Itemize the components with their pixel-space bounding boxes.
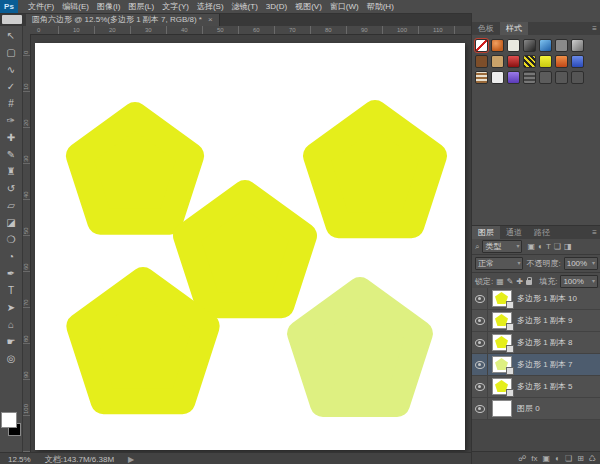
lock-option-icon[interactable]: ▦ (496, 277, 504, 286)
layer-filter-type-dropdown[interactable]: 类型 ▾ (482, 240, 522, 253)
status-options-arrow-icon[interactable]: ▶ (128, 455, 134, 464)
style-swatch[interactable] (475, 55, 488, 68)
lock-option-icon[interactable]: ✚ (517, 277, 524, 286)
zoom-tool[interactable]: ◎ (1, 350, 21, 367)
layer-thumbnail[interactable] (492, 378, 512, 395)
adjustment-layer-icon[interactable]: ◐ (555, 452, 560, 464)
tab-bar-corner-box[interactable] (2, 15, 22, 24)
eyedropper-tool[interactable]: ✑ (1, 112, 21, 129)
visibility-toggle[interactable] (472, 310, 488, 331)
style-swatch[interactable] (491, 55, 504, 68)
style-swatch[interactable] (523, 39, 536, 52)
lock-all-icon[interactable] (526, 280, 532, 285)
opacity-dropdown[interactable]: 100% ▾ (564, 257, 598, 270)
layer-filter-kind-icon[interactable]: T (546, 242, 551, 251)
menu-item[interactable]: 选择(S) (193, 0, 228, 13)
style-swatch[interactable] (523, 71, 536, 84)
layer-style-fx-icon[interactable]: fx (531, 452, 537, 464)
style-swatch[interactable] (539, 39, 552, 52)
visibility-toggle[interactable] (472, 332, 488, 353)
layer-row[interactable]: 多边形 1 副本 10 (472, 288, 600, 310)
document-canvas[interactable] (35, 43, 465, 450)
path-selection-tool[interactable]: ➤ (1, 299, 21, 316)
layer-row[interactable]: 多边形 1 副本 5 (472, 376, 600, 398)
style-swatch[interactable] (555, 71, 568, 84)
marquee-tool[interactable]: ▢ (1, 44, 21, 61)
style-swatch[interactable] (539, 55, 552, 68)
style-swatch[interactable] (571, 71, 584, 84)
style-swatch[interactable] (507, 39, 520, 52)
layer-filter-kind-icon[interactable]: ▣ (527, 242, 535, 251)
layer-thumbnail[interactable] (492, 356, 512, 373)
menu-item[interactable]: 帮助(H) (363, 0, 398, 13)
panel-menu-icon[interactable]: ≡ (592, 22, 600, 35)
style-swatch[interactable] (507, 55, 520, 68)
lasso-tool[interactable]: ∿ (1, 61, 21, 78)
menu-item[interactable]: 窗口(W) (326, 0, 363, 13)
style-swatch[interactable] (475, 71, 488, 84)
link-layers-icon[interactable]: ☍ (518, 452, 526, 464)
layer-row[interactable]: 多边形 1 副本 8 (472, 332, 600, 354)
tab-styles[interactable]: 样式 (500, 22, 528, 35)
zoom-level-field[interactable]: 12.5% (8, 455, 31, 464)
document-tab[interactable]: 圆角六边形 @ 12.5%(多边形 1 副本 7, RGB/8) * × (26, 13, 220, 26)
menu-item[interactable]: 3D(D) (262, 0, 291, 13)
style-swatch[interactable] (507, 71, 520, 84)
move-tool[interactable]: ↖ (1, 27, 21, 44)
panel-menu-icon[interactable]: ≡ (592, 226, 600, 239)
pentagon-top-left[interactable] (79, 115, 191, 222)
tab-channels[interactable]: 通道 (500, 226, 528, 239)
menu-item[interactable]: 图像(I) (93, 0, 125, 13)
menu-item[interactable]: 文件(F) (24, 0, 58, 13)
history-brush-tool[interactable]: ↺ (1, 180, 21, 197)
layer-group-icon[interactable]: ❏ (565, 452, 572, 464)
visibility-toggle[interactable] (472, 354, 488, 375)
layer-thumbnail[interactable] (492, 290, 512, 307)
menu-item[interactable]: 文字(Y) (158, 0, 193, 13)
menu-item[interactable]: 滤镜(T) (228, 0, 262, 13)
layer-thumbnail[interactable] (492, 312, 512, 329)
eraser-tool[interactable]: ▱ (1, 197, 21, 214)
layer-thumbnail[interactable] (492, 334, 512, 351)
hand-tool[interactable]: ☛ (1, 333, 21, 350)
style-swatch[interactable] (539, 71, 552, 84)
tab-paths[interactable]: 路径 (528, 226, 556, 239)
visibility-toggle[interactable] (472, 398, 488, 419)
foreground-color-swatch[interactable] (1, 412, 17, 428)
layer-filter-kind-icon[interactable]: ❏ (554, 242, 561, 251)
layer-row-selected[interactable]: 多边形 1 副本 7 (472, 354, 600, 376)
pentagon-middle[interactable] (186, 193, 304, 305)
lock-option-icon[interactable]: ✎ (507, 277, 514, 286)
menu-item[interactable]: 图层(L) (124, 0, 158, 13)
type-tool[interactable]: T (1, 282, 21, 299)
tab-layers[interactable]: 图层 (472, 226, 500, 239)
pentagon-top-right[interactable] (316, 113, 434, 225)
new-layer-icon[interactable]: ⊞ (577, 452, 584, 464)
fill-dropdown[interactable]: 100% ▾ (560, 275, 598, 288)
shape-tool[interactable]: ⌂ (1, 316, 21, 333)
photoshop-logo-icon[interactable]: Ps (0, 0, 18, 13)
visibility-toggle[interactable] (472, 376, 488, 397)
gradient-tool[interactable]: ◪ (1, 214, 21, 231)
visibility-toggle[interactable] (472, 288, 488, 309)
layer-mask-icon[interactable]: ▣ (543, 452, 551, 464)
horizontal-ruler[interactable]: 0102030405060708090100110 (22, 26, 471, 35)
layer-row[interactable]: 图层 0 (472, 398, 600, 420)
pen-tool[interactable]: ✒ (1, 265, 21, 282)
dodge-tool[interactable]: ◔ (1, 248, 21, 265)
clone-stamp-tool[interactable]: ♜ (1, 163, 21, 180)
vertical-ruler[interactable]: 0102030405060708090100 (22, 34, 31, 452)
healing-brush-tool[interactable]: ✚ (1, 129, 21, 146)
tab-close-icon[interactable]: × (208, 15, 213, 24)
style-swatch[interactable] (491, 71, 504, 84)
pentagon-bottom-left[interactable] (79, 280, 206, 401)
layer-filter-kind-icon[interactable]: ◐ (538, 242, 543, 251)
brush-tool[interactable]: ✎ (1, 146, 21, 163)
style-swatch[interactable] (523, 55, 536, 68)
layer-row[interactable]: 多边形 1 副本 9 (472, 310, 600, 332)
layer-filter-kind-icon[interactable]: ◨ (564, 242, 572, 251)
style-swatch[interactable] (571, 39, 584, 52)
style-swatch[interactable] (571, 55, 584, 68)
layer-filter-search-icon[interactable]: ⌕ (475, 242, 479, 252)
blur-tool[interactable]: ❍ (1, 231, 21, 248)
